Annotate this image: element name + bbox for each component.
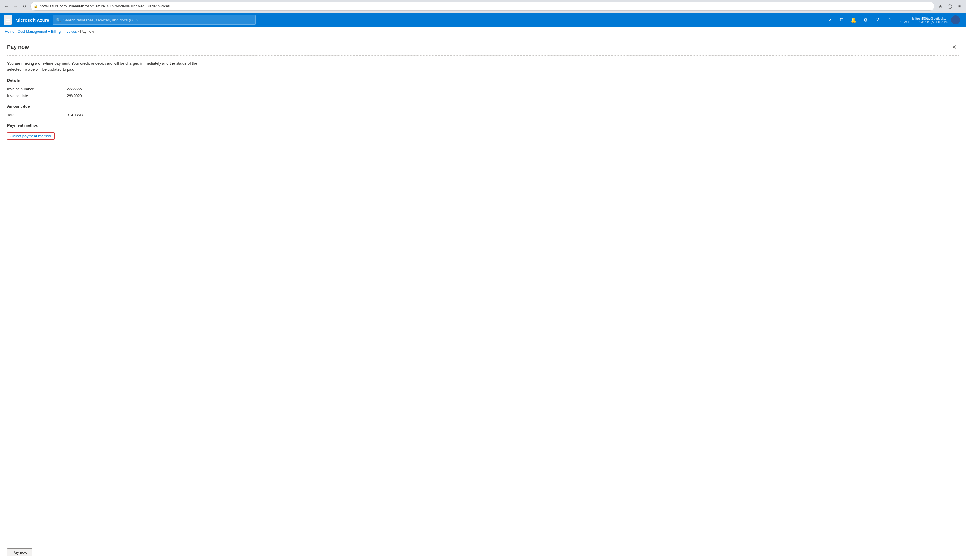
user-directory: DEFAULT DIRECTORY (BILLTEST4... — [898, 20, 949, 23]
breadcrumb-billing[interactable]: Cost Management + Billing - Invoices — [18, 30, 77, 34]
invoice-number-label: Invoice number — [7, 87, 67, 91]
url-input[interactable] — [39, 4, 931, 8]
breadcrumb-sep-2: › — [78, 30, 79, 33]
azure-nav-icons: > ⧉ 🔔 ⚙ ? ☺ billtest456tw@outlook.c... D… — [825, 14, 963, 26]
amount-due-heading: Amount due — [7, 104, 959, 108]
invoice-date-value: 2/8/2020 — [67, 94, 82, 98]
details-heading: Details — [7, 78, 959, 82]
main-content: Pay now ✕ You are making a one-time paym… — [0, 36, 966, 560]
panel-header: Pay now ✕ — [7, 42, 959, 56]
profile-circle-icon[interactable]: ◯ — [946, 2, 954, 10]
details-table: Invoice number xxxxxxxx Invoice date 2/8… — [7, 85, 959, 99]
feedback-icon[interactable]: ☺ — [884, 15, 895, 25]
amount-table: Total 314 TWD — [7, 112, 959, 118]
extension-icon[interactable]: ■ — [955, 2, 964, 10]
payment-method-section: Payment method Select payment method — [7, 123, 959, 140]
total-value: 314 TWD — [67, 113, 83, 117]
help-icon[interactable]: ? — [872, 15, 883, 25]
invoice-date-row: Invoice date 2/8/2020 — [7, 92, 959, 99]
invoice-date-label: Invoice date — [7, 94, 67, 98]
invoice-number-row: Invoice number xxxxxxxx — [7, 85, 959, 92]
select-payment-button[interactable]: Select payment method — [7, 132, 54, 140]
panel-title: Pay now — [7, 44, 29, 50]
cloud-shell-icon[interactable]: > — [825, 15, 835, 25]
browser-nav-buttons: ← → ↻ — [2, 2, 29, 10]
total-label: Total — [7, 113, 67, 117]
user-info: billtest456tw@outlook.c... DEFAULT DIREC… — [898, 17, 949, 23]
lock-icon: 🔒 — [34, 5, 38, 8]
breadcrumb-home[interactable]: Home — [5, 30, 14, 34]
total-row: Total 314 TWD — [7, 112, 959, 118]
hamburger-menu[interactable]: ☰ — [3, 15, 12, 25]
search-input[interactable] — [63, 18, 252, 22]
breadcrumb-sep-1: › — [15, 30, 16, 33]
user-section[interactable]: billtest456tw@outlook.c... DEFAULT DIREC… — [896, 14, 963, 26]
close-button[interactable]: ✕ — [949, 42, 959, 52]
portal-settings-icon[interactable]: ⧉ — [836, 15, 847, 25]
user-email: billtest456tw@outlook.c... — [898, 17, 949, 20]
azure-search-bar[interactable]: 🔍 — [53, 15, 256, 25]
breadcrumb-current: Pay now — [80, 30, 94, 34]
azure-nav: ☰ Microsoft Azure 🔍 > ⧉ 🔔 ⚙ ? ☺ billtest… — [0, 13, 966, 27]
forward-button[interactable]: → — [12, 2, 20, 10]
payment-method-heading: Payment method — [7, 123, 959, 128]
breadcrumb: Home › Cost Management + Billing - Invoi… — [0, 27, 966, 36]
bookmark-icon[interactable]: ★ — [936, 2, 945, 10]
reload-button[interactable]: ↻ — [20, 2, 29, 10]
pay-now-panel: Pay now ✕ You are making a one-time paym… — [0, 36, 966, 146]
description-text: You are making a one-time payment. Your … — [7, 61, 198, 72]
browser-chrome: ← → ↻ 🔒 ★ ◯ ■ — [0, 0, 966, 13]
address-bar[interactable]: 🔒 — [30, 2, 935, 11]
pay-now-button[interactable]: Pay now — [7, 549, 32, 557]
invoice-number-value: xxxxxxxx — [67, 87, 82, 91]
settings-icon[interactable]: ⚙ — [860, 15, 871, 25]
back-button[interactable]: ← — [2, 2, 11, 10]
search-icon: 🔍 — [56, 18, 61, 22]
notifications-icon[interactable]: 🔔 — [848, 15, 859, 25]
panel-footer: Pay now — [0, 545, 966, 560]
avatar: J — [951, 15, 960, 25]
browser-actions: ★ ◯ ■ — [936, 2, 964, 10]
azure-logo: Microsoft Azure — [15, 18, 49, 23]
